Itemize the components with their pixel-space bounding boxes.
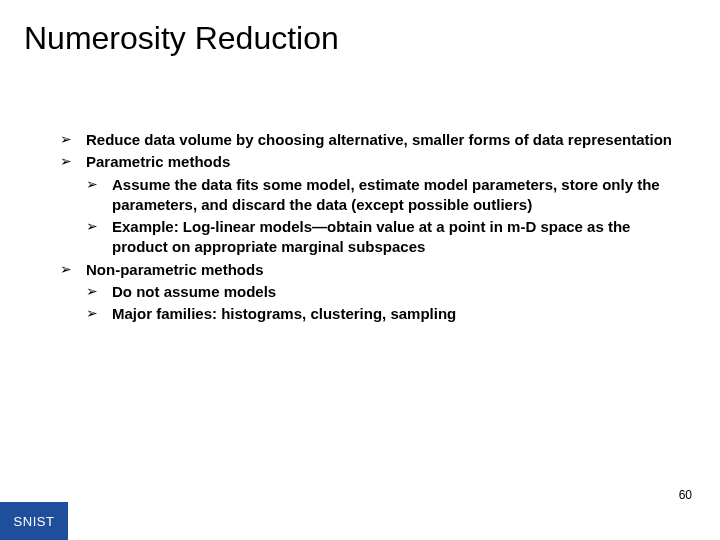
bullet-text: Non-parametric methods bbox=[86, 261, 264, 278]
list-item: Major families: histograms, clustering, … bbox=[86, 304, 680, 324]
bullet-text: Do not assume models bbox=[112, 283, 276, 300]
list-item: Example: Log-linear models—obtain value … bbox=[86, 217, 680, 258]
list-item: Parametric methods Assume the data fits … bbox=[60, 152, 680, 257]
slide-title: Numerosity Reduction bbox=[24, 20, 339, 57]
list-item: Do not assume models bbox=[86, 282, 680, 302]
bullet-list: Reduce data volume by choosing alternati… bbox=[60, 130, 680, 324]
footer-logo-box: SNIST bbox=[0, 502, 68, 540]
list-item: Reduce data volume by choosing alternati… bbox=[60, 130, 680, 150]
slide: Numerosity Reduction Reduce data volume … bbox=[0, 0, 720, 540]
page-number: 60 bbox=[679, 488, 692, 502]
sub-list: Assume the data fits some model, estimat… bbox=[86, 175, 680, 258]
bullet-text: Reduce data volume by choosing alternati… bbox=[86, 131, 672, 148]
bullet-text: Major families: histograms, clustering, … bbox=[112, 305, 456, 322]
bullet-text: Parametric methods bbox=[86, 153, 230, 170]
bullet-text: Example: Log-linear models—obtain value … bbox=[112, 218, 630, 255]
bullet-text: Assume the data fits some model, estimat… bbox=[112, 176, 660, 213]
list-item: Assume the data fits some model, estimat… bbox=[86, 175, 680, 216]
footer-label: SNIST bbox=[14, 514, 55, 529]
list-item: Non-parametric methods Do not assume mod… bbox=[60, 260, 680, 325]
sub-list: Do not assume models Major families: his… bbox=[86, 282, 680, 325]
slide-content: Reduce data volume by choosing alternati… bbox=[60, 130, 680, 326]
